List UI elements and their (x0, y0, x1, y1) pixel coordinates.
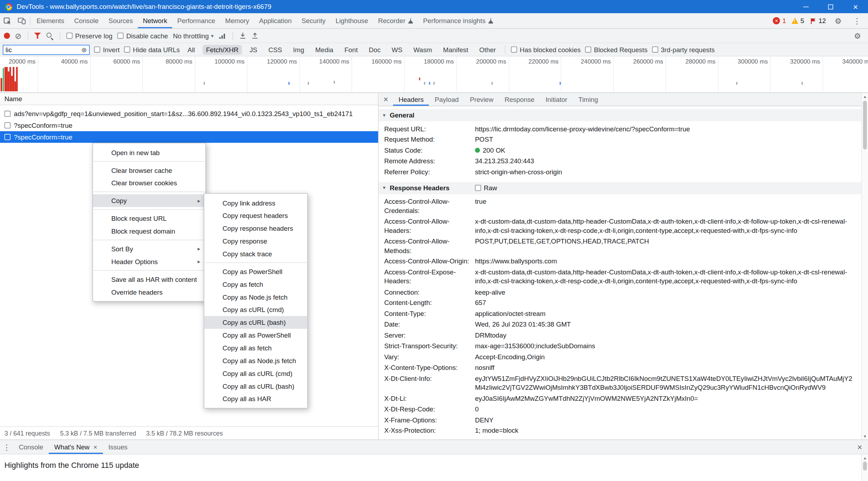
menu-item-copy-as-fetch[interactable]: Copy as fetch (204, 278, 307, 291)
request-checkbox[interactable] (4, 122, 10, 129)
drawer-tab-whats-new[interactable]: What's New × (49, 440, 103, 454)
request-row[interactable]: ads?env=vp&gdfp_req=1&unviewed_position_… (0, 108, 378, 120)
tab-headers[interactable]: Headers (393, 93, 429, 106)
menu-item-header-options[interactable]: Header Options▸ (93, 255, 206, 268)
tab-response[interactable]: Response (499, 93, 540, 106)
export-har-icon[interactable] (251, 32, 258, 39)
settings-button[interactable]: ⚙ (831, 16, 845, 25)
menu-item-copy-as-nodejs-fetch[interactable]: Copy as Node.js fetch (204, 291, 307, 304)
filter-input[interactable] (6, 46, 79, 54)
tab-performance[interactable]: Performance (172, 13, 220, 28)
drawer-tab-console[interactable]: Console (13, 440, 49, 454)
menu-item-copy-as-powershell[interactable]: Copy as PowerShell (204, 265, 307, 278)
scroll-up-icon[interactable]: ▲ (862, 454, 868, 461)
close-tab-icon[interactable]: × (93, 443, 97, 451)
close-button[interactable]: × (843, 0, 868, 13)
tab-application[interactable]: Application (254, 13, 297, 28)
network-overview-timeline[interactable]: 20000 ms 40000 ms 60000 ms 80000 ms 1000… (0, 56, 868, 93)
tab-timing[interactable]: Timing (573, 93, 604, 106)
chip-ws[interactable]: WS (388, 45, 406, 55)
preserve-log-checkbox[interactable]: Preserve log (66, 32, 113, 40)
menu-item-copy-as-curl-cmd[interactable]: Copy as cURL (cmd) (204, 303, 307, 316)
menu-item-copy[interactable]: Copy▸ (93, 194, 206, 207)
tab-security[interactable]: Security (297, 13, 331, 28)
details-scrollbar[interactable]: ▲ ▼ (861, 93, 868, 439)
hide-data-urls-checkbox[interactable]: Hide data URLs (124, 46, 180, 54)
request-row[interactable]: ?specConform=true (0, 120, 378, 131)
request-checkbox[interactable] (4, 111, 10, 117)
issues-badge[interactable]: 12 (810, 17, 826, 25)
scrollbar-thumb[interactable] (863, 461, 867, 470)
chip-wasm[interactable]: Wasm (410, 45, 435, 55)
menu-item-block-request-domain[interactable]: Block request domain (93, 225, 206, 237)
tab-sources[interactable]: Sources (104, 13, 138, 28)
tab-lighthouse[interactable]: Lighthouse (331, 13, 373, 28)
tab-performance-insights[interactable]: Performance insights (418, 13, 498, 28)
menu-item-copy-all-as-curl-bash[interactable]: Copy all as cURL (bash) (204, 380, 307, 393)
menu-item-clear-browser-cookies[interactable]: Clear browser cookies (93, 176, 206, 189)
minimize-button[interactable] (793, 0, 818, 13)
menu-item-copy-request-headers[interactable]: Copy request headers (204, 209, 307, 222)
tab-initiator[interactable]: Initiator (540, 93, 573, 106)
drawer-tab-issues[interactable]: Issues (103, 440, 133, 454)
tab-elements[interactable]: Elements (32, 13, 69, 28)
raw-checkbox[interactable]: Raw (475, 184, 497, 192)
chip-font[interactable]: Font (341, 45, 361, 55)
menu-item-block-request-url[interactable]: Block request URL (93, 212, 206, 225)
drawer-more-button[interactable]: ⋮ (0, 440, 13, 454)
scrollbar-thumb[interactable] (863, 101, 867, 149)
maximize-button[interactable] (818, 0, 843, 13)
scroll-up-icon[interactable]: ▲ (862, 93, 868, 100)
device-toolbar-button[interactable] (15, 13, 29, 28)
chip-manifest[interactable]: Manifest (440, 45, 471, 55)
chip-img[interactable]: Img (290, 45, 307, 55)
menu-item-copy-stack-trace[interactable]: Copy stack trace (204, 247, 307, 260)
tab-payload[interactable]: Payload (429, 93, 464, 106)
errors-badge[interactable]: × 1 (773, 17, 786, 25)
tab-console[interactable]: Console (69, 13, 104, 28)
chip-js[interactable]: JS (246, 45, 261, 55)
menu-item-copy-link-address[interactable]: Copy link address (204, 197, 307, 209)
chip-other[interactable]: Other (476, 45, 499, 55)
warnings-badge[interactable]: 5 (792, 17, 804, 25)
menu-item-copy-all-as-fetch[interactable]: Copy all as fetch (204, 341, 307, 354)
menu-item-open-in-new-tab[interactable]: Open in new tab (93, 146, 206, 159)
chip-fetch-xhr[interactable]: Fetch/XHR (203, 45, 242, 55)
menu-item-override-headers[interactable]: Override headers (93, 286, 206, 299)
has-blocked-cookies-checkbox[interactable]: Has blocked cookies (511, 46, 581, 54)
menu-item-copy-all-as-powershell[interactable]: Copy all as PowerShell (204, 329, 307, 341)
throttling-select[interactable]: No throttling ▾ (173, 32, 213, 40)
menu-item-save-all-as-har[interactable]: Save all as HAR with content (93, 273, 206, 286)
tab-preview[interactable]: Preview (464, 93, 499, 106)
clear-log-button[interactable]: ⊘ (15, 32, 21, 40)
menu-item-copy-response-headers[interactable]: Copy response headers (204, 222, 307, 235)
tab-network[interactable]: Network (138, 13, 172, 28)
request-checkbox[interactable] (4, 134, 10, 140)
close-drawer-button[interactable]: × (851, 440, 868, 454)
name-column-header[interactable]: Name (0, 93, 378, 105)
blocked-requests-checkbox[interactable]: Blocked Requests (585, 46, 648, 54)
close-details-button[interactable]: × (379, 93, 393, 106)
chip-doc[interactable]: Doc (365, 45, 384, 55)
menu-item-copy-all-as-nodejs-fetch[interactable]: Copy all as Node.js fetch (204, 354, 307, 367)
menu-item-clear-browser-cache[interactable]: Clear browser cache (93, 164, 206, 177)
network-settings-button[interactable]: ⚙ (851, 31, 864, 40)
network-conditions-icon[interactable] (218, 32, 226, 39)
general-section-header[interactable]: ▼ General (379, 109, 862, 121)
clear-input-icon[interactable]: ⊗ (81, 46, 87, 53)
chip-css[interactable]: CSS (265, 45, 285, 55)
inspect-element-button[interactable] (0, 13, 15, 28)
menu-item-copy-all-as-har[interactable]: Copy all as HAR (204, 393, 307, 405)
drawer-scrollbar[interactable]: ▲ (861, 454, 868, 481)
import-har-icon[interactable] (239, 32, 246, 39)
menu-item-sort-by[interactable]: Sort By▸ (93, 242, 206, 255)
invert-checkbox[interactable]: Invert (94, 46, 120, 54)
more-options-button[interactable]: ⋮ (850, 16, 863, 25)
chip-all[interactable]: All (184, 45, 198, 55)
filter-funnel-icon[interactable] (34, 33, 41, 39)
tab-memory[interactable]: Memory (220, 13, 254, 28)
search-icon[interactable] (46, 32, 54, 40)
disable-cache-checkbox[interactable]: Disable cache (118, 32, 168, 40)
third-party-requests-checkbox[interactable]: 3rd-party requests (652, 46, 715, 54)
chip-media[interactable]: Media (312, 45, 337, 55)
